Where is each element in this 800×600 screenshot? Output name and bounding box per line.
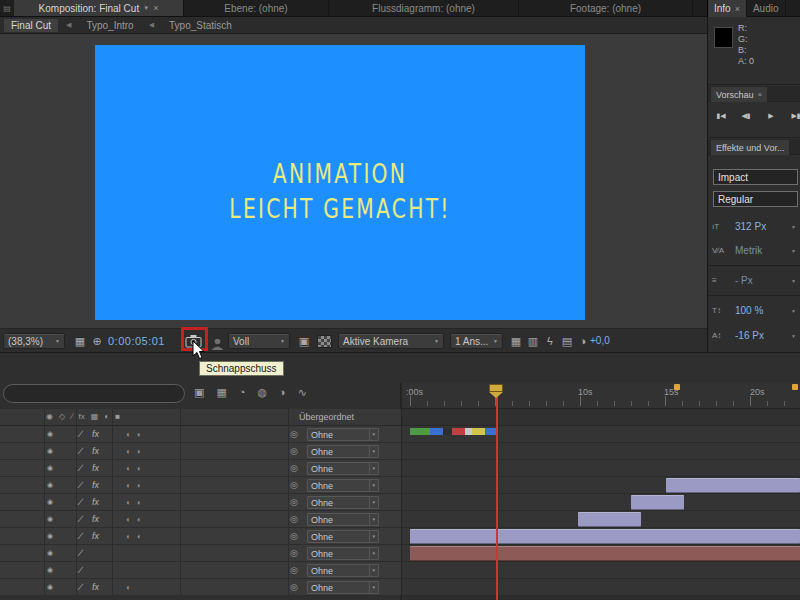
track-area[interactable] <box>402 409 800 600</box>
layer-row[interactable]: ◉∕fx◐◎Ohne▼ <box>0 579 401 596</box>
exposure-value[interactable]: +0,0 <box>590 335 610 351</box>
font-family-field[interactable]: Impact <box>713 169 798 185</box>
video-eye-icon[interactable]: ◉ <box>47 430 53 438</box>
parent-dropdown[interactable]: Ohne▼ <box>307 428 379 441</box>
video-eye-icon[interactable]: ◉ <box>47 498 53 506</box>
character-control-value[interactable]: Metrik <box>735 245 762 256</box>
video-eye-icon[interactable]: ◉ <box>47 566 53 574</box>
graph-editor-icon[interactable]: ∿ <box>298 386 307 399</box>
fx-badge[interactable]: fx <box>92 582 99 592</box>
layer-row[interactable]: ◉∕◎Ohne▼ <box>0 562 401 579</box>
layer-row[interactable]: ◉∕fx◐◐◎Ohne▼ <box>0 460 401 477</box>
draft-3d-icon[interactable]: ▦ <box>216 386 226 399</box>
layer-row[interactable]: ◉∕fx◐◐◎Ohne▼ <box>0 443 401 460</box>
play-button[interactable]: ▶ <box>762 109 780 123</box>
chevron-down-icon[interactable]: ▼ <box>791 224 796 230</box>
parent-dropdown[interactable]: Ohne▼ <box>307 496 379 509</box>
panel-tab-footage-ohne[interactable]: Footage: (ohne) <box>519 0 693 16</box>
video-eye-icon[interactable]: ◉ <box>47 549 53 557</box>
panel-tab-info[interactable]: Info× <box>708 0 747 17</box>
parent-dropdown[interactable]: Ohne▼ <box>307 479 379 492</box>
fx-badge[interactable]: fx <box>92 446 99 456</box>
composition-canvas[interactable]: ANIMATION LEICHT GEMACHT! <box>95 45 585 320</box>
video-eye-icon[interactable]: ◉ <box>47 532 53 540</box>
transparency-grid-icon[interactable] <box>317 335 332 348</box>
current-time-field[interactable]: 0:00:05:01 <box>108 335 165 351</box>
fx-badge[interactable]: fx <box>92 480 99 490</box>
target-icon[interactable]: ⊕ <box>89 333 105 349</box>
tab-close-icon[interactable]: × <box>735 4 740 14</box>
layer-switches[interactable]: ◐◐ <box>126 532 148 541</box>
playhead-handle[interactable] <box>489 384 503 398</box>
layer-switches[interactable]: ◐◐ <box>126 464 148 473</box>
parent-pickwhip-icon[interactable]: ◎ <box>290 429 298 439</box>
layer-row[interactable]: ◉∕fx◐◐◎Ohne▼ <box>0 477 401 494</box>
panel-tab-komposition-final-cut[interactable]: Komposition: Final Cut▼× <box>14 0 184 16</box>
comp-marker[interactable] <box>792 384 798 390</box>
resolution-dropdown[interactable]: Voll ▼ <box>228 333 290 349</box>
parent-dropdown[interactable]: Ohne▼ <box>307 445 379 458</box>
panel-menu-arrow-icon[interactable]: ▼ <box>143 5 149 11</box>
parent-pickwhip-icon[interactable]: ◎ <box>290 480 298 490</box>
layer-row[interactable]: ◉∕fx◐◐◎Ohne▼ <box>0 511 401 528</box>
tab-effekte[interactable]: Effekte und Vor... <box>711 140 789 155</box>
video-eye-icon[interactable]: ◉ <box>47 583 53 591</box>
layer-duration-bar[interactable] <box>631 495 684 510</box>
region-of-interest-icon[interactable]: ▣ <box>296 333 312 349</box>
layer-switches[interactable]: ◐◐ <box>126 498 148 507</box>
layer-switches[interactable]: ◐ <box>126 583 137 592</box>
quality-switch-icon[interactable]: ∕ <box>80 480 82 490</box>
next-frame-button[interactable]: ▶▮ <box>787 109 800 123</box>
parent-pickwhip-icon[interactable]: ◎ <box>290 446 298 456</box>
quality-switch-icon[interactable]: ∕ <box>80 531 82 541</box>
layer-switches[interactable]: ◐◐ <box>126 481 148 490</box>
font-style-field[interactable]: Regular <box>713 191 798 207</box>
layer-duration-bar[interactable] <box>578 512 641 527</box>
show-snapshot-button[interactable] <box>211 336 224 352</box>
layer-row[interactable]: ◉∕fx◐◐◎Ohne▼ <box>0 426 401 443</box>
quality-switch-icon[interactable]: ∕ <box>80 582 82 592</box>
parent-pickwhip-icon[interactable]: ◎ <box>290 514 298 524</box>
chevron-down-icon[interactable]: ▼ <box>791 278 796 284</box>
layer-row[interactable]: ◉∕◎Ohne▼ <box>0 545 401 562</box>
breadcrumb-typo-intro[interactable]: Typo_Intro <box>79 19 140 32</box>
magnification-dropdown[interactable]: (38,3%) ▼ <box>3 333 65 349</box>
tab-vorschau[interactable]: Vorschau × <box>711 87 767 102</box>
chevron-down-icon[interactable]: ▼ <box>791 308 796 314</box>
fx-badge[interactable]: fx <box>92 463 99 473</box>
pixel-aspect-icon[interactable]: ▥ <box>525 333 541 349</box>
layer-row[interactable]: ◉∕fx◐◐◎Ohne▼ <box>0 528 401 545</box>
layer-duration-bar[interactable] <box>666 478 800 493</box>
search-input[interactable] <box>3 384 185 403</box>
quality-switch-icon[interactable]: ∕ <box>80 548 82 558</box>
panel-tab-ebene-ohne[interactable]: Ebene: (ohne) <box>184 0 329 16</box>
parent-pickwhip-icon[interactable]: ◎ <box>290 548 298 558</box>
layer-row[interactable]: ◉∕fx◐◐◎Ohne▼ <box>0 494 401 511</box>
quality-switch-icon[interactable]: ∕ <box>80 497 82 507</box>
fx-badge[interactable]: fx <box>92 429 99 439</box>
view-count-dropdown[interactable]: 1 Ans... ▼ <box>450 333 503 349</box>
hide-shy-icon[interactable]: ◔ <box>239 386 246 399</box>
character-control-value[interactable]: -16 Px <box>735 330 764 341</box>
parent-pickwhip-icon[interactable]: ◎ <box>290 531 298 541</box>
fx-badge[interactable]: fx <box>92 514 99 524</box>
motion-blur-icon[interactable]: ◑ <box>279 386 286 399</box>
quality-switch-icon[interactable]: ∕ <box>80 565 82 575</box>
breadcrumb-final-cut[interactable]: Final Cut <box>4 19 58 32</box>
tab-close-icon[interactable]: × <box>153 3 158 13</box>
layer-duration-bar[interactable] <box>410 529 800 544</box>
character-control-value[interactable]: 312 Px <box>735 221 766 232</box>
exposure-icon[interactable]: ◑ <box>575 333 591 349</box>
parent-dropdown[interactable]: Ohne▼ <box>307 581 379 594</box>
chevron-down-icon[interactable]: ▼ <box>791 248 796 254</box>
timeline-button-icon[interactable]: ▤ <box>559 333 575 349</box>
parent-dropdown[interactable]: Ohne▼ <box>307 530 379 543</box>
quality-switch-icon[interactable]: ∕ <box>80 463 82 473</box>
time-ruler[interactable]: :00s10s15s20s <box>402 383 800 409</box>
first-frame-button[interactable]: ▮◀ <box>712 109 730 123</box>
breadcrumb-typo-statisch[interactable]: Typo_Statisch <box>162 19 239 32</box>
video-eye-icon[interactable]: ◉ <box>47 481 53 489</box>
comp-marker[interactable] <box>674 384 680 390</box>
quality-switch-icon[interactable]: ∕ <box>80 446 82 456</box>
character-control-value[interactable]: - Px <box>735 275 753 286</box>
